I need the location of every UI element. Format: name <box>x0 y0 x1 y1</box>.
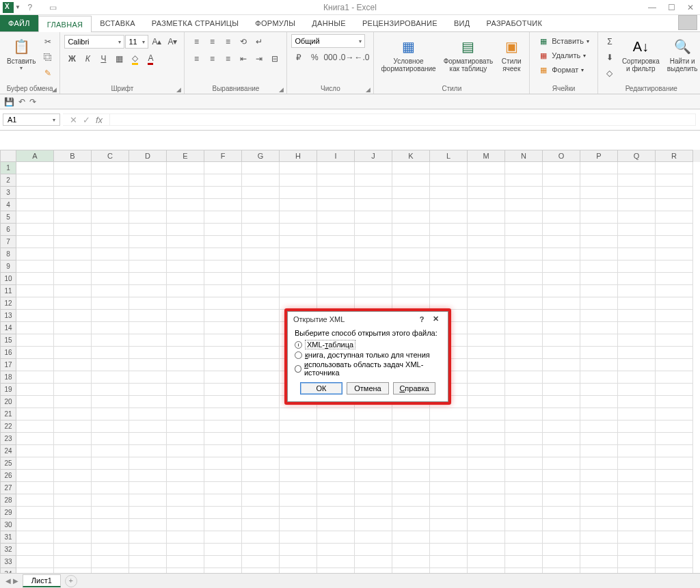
cell[interactable] <box>167 408 204 420</box>
cell[interactable] <box>392 285 430 297</box>
cell[interactable] <box>543 236 580 248</box>
cell[interactable] <box>204 408 242 420</box>
cell[interactable] <box>580 174 618 187</box>
cell[interactable] <box>317 457 355 470</box>
cell[interactable] <box>505 568 543 573</box>
cell[interactable] <box>580 494 618 507</box>
tab-pagelayout[interactable]: РАЗМЕТКА СТРАНИЦЫ <box>144 15 247 31</box>
cell[interactable] <box>16 482 54 494</box>
cell[interactable] <box>317 519 355 531</box>
cell[interactable] <box>129 544 167 556</box>
cell[interactable] <box>92 371 129 384</box>
cell[interactable] <box>656 187 693 199</box>
cell[interactable] <box>54 322 92 334</box>
cell[interactable] <box>430 248 468 260</box>
column-header[interactable]: C <box>92 150 129 162</box>
cell[interactable] <box>129 396 167 408</box>
cell[interactable] <box>468 470 505 482</box>
cell[interactable] <box>242 236 280 248</box>
cell[interactable] <box>543 371 580 384</box>
cell[interactable] <box>468 544 505 556</box>
cell[interactable] <box>468 236 505 248</box>
cell[interactable] <box>618 187 656 199</box>
cell[interactable] <box>167 359 204 371</box>
cell[interactable] <box>204 322 242 334</box>
cell[interactable] <box>204 519 242 531</box>
cell[interactable] <box>543 174 580 187</box>
cell[interactable] <box>618 544 656 556</box>
cell[interactable] <box>355 482 392 494</box>
cell[interactable] <box>468 297 505 310</box>
decrease-decimal-button[interactable]: ←.0 <box>354 50 369 65</box>
cell[interactable] <box>54 408 92 420</box>
cell[interactable] <box>92 162 129 174</box>
cell[interactable] <box>505 482 543 494</box>
cell[interactable] <box>92 174 129 187</box>
cell[interactable] <box>204 445 242 457</box>
cell[interactable] <box>16 470 54 482</box>
row-header[interactable]: 24 <box>0 445 16 457</box>
cell[interactable] <box>204 384 242 396</box>
cell[interactable] <box>580 187 618 199</box>
fill-color-button[interactable]: ◇ <box>127 51 142 66</box>
cell[interactable] <box>92 199 129 211</box>
cell[interactable] <box>317 408 355 420</box>
row-header[interactable]: 10 <box>0 273 16 285</box>
cell[interactable] <box>468 248 505 260</box>
cell[interactable] <box>656 371 693 384</box>
cell[interactable] <box>129 384 167 396</box>
cell[interactable] <box>505 531 543 544</box>
row-header[interactable]: 28 <box>0 494 16 507</box>
cell[interactable] <box>355 507 392 519</box>
cell[interactable] <box>656 174 693 187</box>
cell[interactable] <box>280 236 317 248</box>
cell[interactable] <box>355 531 392 544</box>
cell[interactable] <box>430 457 468 470</box>
fill-button[interactable]: ⬇ <box>602 50 617 65</box>
cell[interactable] <box>618 297 656 310</box>
row-header[interactable]: 19 <box>0 384 16 396</box>
select-all-corner[interactable] <box>0 150 16 162</box>
row-header[interactable]: 14 <box>0 322 16 334</box>
cell[interactable] <box>355 248 392 260</box>
cell[interactable] <box>656 470 693 482</box>
cell[interactable] <box>392 445 430 457</box>
cell[interactable] <box>656 568 693 573</box>
increase-font-button[interactable]: A▴ <box>149 34 164 49</box>
cell[interactable] <box>355 568 392 573</box>
cell[interactable] <box>656 236 693 248</box>
cell[interactable] <box>242 445 280 457</box>
row-header[interactable]: 11 <box>0 285 16 297</box>
cell[interactable] <box>317 187 355 199</box>
cell[interactable] <box>242 187 280 199</box>
cell[interactable] <box>618 248 656 260</box>
cell[interactable] <box>54 285 92 297</box>
cell[interactable] <box>392 187 430 199</box>
cell[interactable] <box>92 396 129 408</box>
cell[interactable] <box>92 457 129 470</box>
cell[interactable] <box>204 334 242 347</box>
cell[interactable] <box>543 457 580 470</box>
cell[interactable] <box>242 162 280 174</box>
cell[interactable] <box>317 224 355 236</box>
cell[interactable] <box>618 470 656 482</box>
cancel-button[interactable]: Отмена <box>347 382 389 395</box>
paste-button[interactable]: 📋 Вставить ▾ <box>4 34 38 72</box>
cell[interactable] <box>505 322 543 334</box>
cell[interactable] <box>543 285 580 297</box>
cell[interactable] <box>280 470 317 482</box>
cell[interactable] <box>392 494 430 507</box>
cell[interactable] <box>204 297 242 310</box>
cell[interactable] <box>242 199 280 211</box>
cell[interactable] <box>204 420 242 433</box>
cell[interactable] <box>505 211 543 224</box>
tab-formulas[interactable]: ФОРМУЛЫ <box>247 15 304 31</box>
cell[interactable] <box>317 507 355 519</box>
cell[interactable] <box>54 162 92 174</box>
cell[interactable] <box>392 199 430 211</box>
cell[interactable] <box>618 211 656 224</box>
cell[interactable] <box>16 174 54 187</box>
cell[interactable] <box>355 236 392 248</box>
cell[interactable] <box>505 224 543 236</box>
cell[interactable] <box>92 568 129 573</box>
